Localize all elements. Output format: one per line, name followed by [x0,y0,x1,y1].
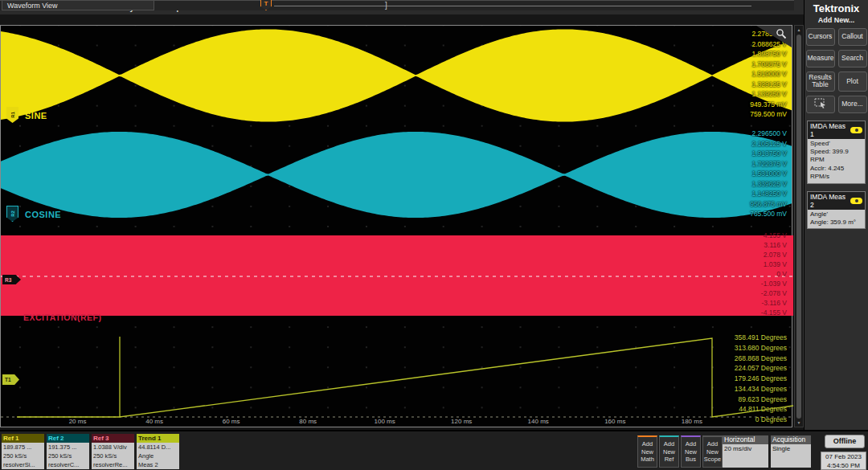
imda-meas-2-title: IMDA Meas 2 [810,193,850,209]
channel-badge-line: resolverC... [47,460,89,469]
callout-button[interactable]: Callout [838,28,867,46]
imda-meas-2-panel[interactable]: IMDA Meas 2 Angle' Angle: 359.9 m° [807,191,866,230]
imda-meas-2-header: IMDA Meas 2 [808,192,865,210]
axis-tick-label: 949.375 mV [750,100,787,108]
axis-tick-label: 89.623 Degrees [739,395,788,403]
add-new-button[interactable]: Add New Bus [681,435,701,468]
cursors-button[interactable]: Cursors [806,28,835,46]
axis-tick-label: 1.139250 V [752,90,787,98]
channel-badge-line: 250 kS/s [47,452,89,460]
results-table-button[interactable]: Results Table [806,72,835,92]
imda-meas-1-panel[interactable]: IMDA Meas 1 Speed' Speed: 399.9 RPM Accl… [807,121,866,184]
meas-line: Acclr: 4.245 RPM/s [810,165,862,182]
offline-button[interactable]: Offline [825,435,865,448]
axis-tick-label: 2.078 V [764,251,787,259]
axis-tick-label: 358.491 Degrees [735,333,787,341]
axis-tick-label: 1.039 V [764,260,787,268]
cosine-trace-label: COSINE [25,210,61,219]
channel-badge-line: Angle [137,452,179,460]
imda-meas-1-header: IMDA Meas 1 [808,121,865,139]
cosine-axis-labels: 2.296500 V2.105125 V1.913750 V1.722375 V… [750,129,787,218]
horizontal-panel[interactable]: Horizontal 20 ms/div [723,435,768,468]
axis-tick-label: 268.868 Degrees [735,354,787,362]
channel-badge-line: 189.875 ... [2,443,44,452]
waveform-display[interactable]: R1 SINE R2 COSINE R3 EXCITATION(REF) T1 … [0,25,792,427]
axis-tick-label: 956.875 mV [750,200,787,208]
axis-tick-label: 1.531000 V [752,170,787,178]
meas-line: Angle' [810,210,862,219]
tab-waveform-view[interactable]: Waveform View [2,1,154,10]
datetime-display: 07 Feb 2023 4:54:50 PM [821,452,866,470]
vertical-scrollbar[interactable]: ▲ ▼ [794,25,804,427]
measure-button[interactable]: Measure [806,50,835,67]
axis-tick-label: 4.155 V [764,231,787,239]
axis-tick-label: 759.500 mV [750,110,787,118]
axis-tick-label: 224.057 Degrees [735,364,787,372]
time-tick-label: 40 ms [145,418,163,425]
imda-meas-2-body: Angle' Angle: 359.9 m° [808,210,865,229]
time-tick-label: 80 ms [299,418,317,425]
bottom-status-bar: Ref 1 189.875 ... 250 kS/s resolverSi...… [0,430,868,470]
axis-tick-label: 1.148250 V [752,190,787,198]
time-tick-label: 180 ms [682,418,702,425]
channel-badge-line: 250 kS/s [2,452,44,460]
add-new-button[interactable]: Add New Math [637,435,657,468]
channel-badge[interactable]: Ref 3 1.0388 V/div 250 kS/s resolverRe..… [92,434,134,469]
axis-tick-label: 134.434 Degrees [735,385,787,393]
add-new-button[interactable]: Add New Scope [702,435,723,468]
axis-tick-label: -2.078 V [761,289,787,297]
trigger-position-icon[interactable]: T [260,0,272,10]
tekscope-window: FileEditUtilityHelp Waveform View T ] R1… [0,0,868,470]
axis-tick-label: 2.296500 V [752,129,787,137]
grid-cursor-icon [814,98,827,108]
axis-tick-label: 179.246 Degrees [735,374,787,382]
expansion-point-marker: ] [385,0,387,10]
sine-trace-label: SINE [25,111,47,121]
channel-badge[interactable]: Ref 2 191.375 ... 250 kS/s resolverC... [47,434,89,469]
scrollbar-thumb[interactable] [796,35,801,419]
plot-button[interactable]: Plot [838,72,867,92]
axis-tick-label: 1.898750 V [752,50,787,58]
acquisition-panel[interactable]: Acquisition Single [771,435,811,468]
scroll-up-icon[interactable]: ▲ [795,27,803,32]
grid-cursor-button[interactable] [806,96,835,113]
time-tick-label: 60 ms [223,418,240,425]
trend-axis-labels: 358.491 Degrees313.680 Degrees268.868 De… [735,333,787,423]
axis-tick-label: 765.500 mV [750,210,787,218]
axis-tick-label: 1.708875 V [752,60,787,68]
add-new-button[interactable]: Add New Ref [659,435,679,468]
more-button[interactable]: More... [838,96,867,113]
time-tick-label: 160 ms [604,418,625,425]
channel-badge-title: Trend 1 [137,434,179,443]
acquisition-title: Acquisition [771,435,811,444]
search-button[interactable]: Search [838,50,867,67]
axis-tick-label: 0 V [776,270,787,278]
excitation-trace-label: EXCITATION(REF) [23,313,102,322]
right-sidebar: Tektronix Add New... Cursors Callout Mea… [804,0,868,430]
axis-tick-label: 1.339625 V [752,180,787,188]
channel-badge-line: 250 kS/s [92,452,134,460]
sidebar-buttons: Cursors Callout Measure Search Results T… [805,28,868,113]
imda-meas-1-body: Speed' Speed: 399.9 RPM Acclr: 4.245 RPM… [808,139,865,183]
channel-badge-title: Ref 3 [92,434,134,443]
time-axis-labels: 20 ms40 ms60 ms80 ms100 ms120 ms140 ms16… [1,418,792,426]
channel-badges: Ref 1 189.875 ... 250 kS/s resolverSi...… [2,434,179,469]
axis-tick-label: -1.039 V [761,280,787,288]
excitation-axis-labels: 4.155 V3.116 V2.078 V1.039 V0 V-1.039 V-… [761,231,787,317]
axis-tick-label: 1.722375 V [752,160,787,168]
sine-axis-labels: 2.278500 V2.088625 V1.898750 V1.708875 V… [750,30,787,118]
imda-meas-1-title: IMDA Meas 1 [810,122,850,138]
scroll-down-icon[interactable]: ▼ [795,420,803,425]
time-tick-label: 140 ms [528,418,549,425]
channel-badge[interactable]: Trend 1 44.8114 D... Angle Meas 2 [137,434,179,469]
channel-badge[interactable]: Ref 1 189.875 ... 250 kS/s resolverSi... [2,434,44,469]
axis-tick-label: -4.155 V [761,309,787,317]
horizontal-title: Horizontal [723,435,768,444]
tektronix-logo: Tektronix [805,2,868,14]
axis-tick-label: 3.116 V [764,241,787,249]
channel-badge-line: 1.0388 V/div [92,443,134,452]
channel-badge-line: 191.375 ... [47,443,89,452]
channel-badge-line: 44.8114 D... [137,443,179,452]
time-tick-label: 100 ms [375,418,395,425]
pan-zoom-bar[interactable] [274,6,751,6]
